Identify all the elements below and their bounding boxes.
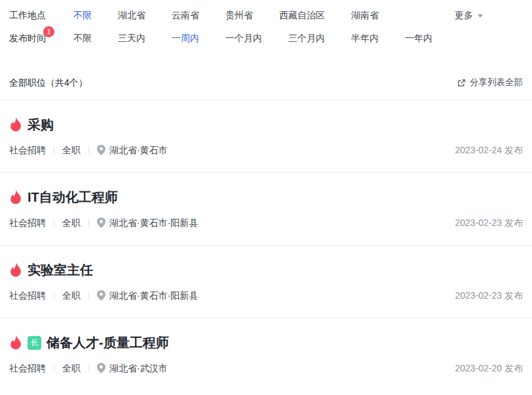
time-option-3days[interactable]: 三天内 — [118, 31, 145, 45]
divider — [88, 146, 89, 154]
location-option-hubei[interactable]: 湖北省 — [118, 9, 145, 22]
filters-section: 工作地点 不限 湖北省 云南省 贵州省 西藏自治区 湖南省 更多 发布时间 1 … — [0, 0, 532, 45]
job-item[interactable]: IT自动化工程师 社会招聘 全职 湖北省·黄石市·阳新县 2023-02-23 … — [0, 173, 532, 246]
job-location: 湖北省·武汉市 — [109, 362, 168, 374]
job-meta: 社会招聘 全职 湖北省·黄石市·阳新县 2023-02-23 发布 — [9, 217, 523, 229]
share-label: 分享列表全部 — [470, 77, 523, 88]
job-category: 社会招聘 — [9, 362, 46, 374]
time-option-halfyear[interactable]: 半年内 — [351, 31, 379, 45]
job-type: 全职 — [62, 217, 81, 229]
divider — [88, 364, 89, 372]
job-publish-date: 2023-02-24 发布 — [455, 144, 523, 156]
job-title-row: 长 储备人才-质量工程师 — [9, 334, 523, 351]
filter-label-location: 工作地点 — [9, 9, 73, 22]
filter-label-publish-time: 发布时间 1 — [9, 31, 73, 45]
location-option-yunnan[interactable]: 云南省 — [172, 9, 199, 22]
location-option-guizhou[interactable]: 贵州省 — [225, 9, 253, 22]
job-location: 湖北省·黄石市·阳新县 — [109, 217, 198, 229]
more-label: 更多 — [455, 9, 473, 22]
more-locations-dropdown[interactable]: 更多 — [455, 9, 483, 22]
job-item[interactable]: 长 储备人才-质量工程师 社会招聘 全职 湖北省·武汉市 2023-02-20 … — [0, 318, 532, 390]
location-pin-icon — [97, 217, 105, 228]
time-option-1week[interactable]: 一周内 — [172, 31, 199, 45]
divider — [54, 146, 54, 154]
filter-row-publish-time: 发布时间 1 不限 三天内 一周内 一个月内 三个月内 半年内 一年内 — [9, 31, 523, 45]
filter-label-text: 发布时间 — [9, 33, 46, 43]
job-publish-date: 2023-02-23 发布 — [455, 290, 523, 301]
share-icon — [457, 78, 466, 88]
job-title[interactable]: 采购 — [28, 116, 54, 133]
location-option-xizang[interactable]: 西藏自治区 — [279, 9, 325, 22]
time-option-3months[interactable]: 三个月内 — [288, 31, 325, 45]
job-location: 湖北省·黄石市·阳新县 — [109, 290, 198, 301]
job-location: 湖北省·黄石市 — [109, 144, 168, 156]
location-pin-icon — [97, 363, 105, 373]
divider — [54, 364, 54, 372]
hot-flame-icon — [9, 189, 22, 205]
job-publish-date: 2023-02-23 发布 — [455, 217, 523, 229]
location-pin-icon — [97, 290, 105, 301]
job-publish-date: 2023-02-20 发布 — [455, 362, 523, 374]
job-title[interactable]: 储备人才-质量工程师 — [47, 334, 169, 351]
divider — [88, 292, 89, 299]
divider — [54, 219, 54, 227]
job-title[interactable]: 实验室主任 — [28, 261, 93, 278]
time-option-1month[interactable]: 一个月内 — [225, 31, 262, 45]
location-option-hunan[interactable]: 湖南省 — [351, 9, 379, 22]
job-item[interactable]: 实验室主任 社会招聘 全职 湖北省·黄石市·阳新县 2023-02-23 发布 — [0, 246, 532, 318]
list-header: 全部职位（共4个） 分享列表全部 — [0, 77, 532, 100]
time-option-1year[interactable]: 一年内 — [405, 31, 432, 45]
job-category: 社会招聘 — [9, 144, 46, 156]
share-list-button[interactable]: 分享列表全部 — [457, 77, 523, 88]
time-option-unlimited[interactable]: 不限 — [73, 31, 92, 45]
job-type: 全职 — [62, 362, 81, 374]
long-term-tag: 长 — [28, 336, 41, 350]
hot-flame-icon — [9, 117, 22, 132]
job-title-row: IT自动化工程师 — [9, 189, 523, 206]
job-category: 社会招聘 — [9, 217, 46, 229]
job-type: 全职 — [62, 144, 81, 156]
filter-count-badge: 1 — [43, 26, 54, 37]
list-title: 全部职位（共4个） — [9, 77, 88, 88]
job-list-page: 工作地点 不限 湖北省 云南省 贵州省 西藏自治区 湖南省 更多 发布时间 1 … — [0, 0, 532, 395]
divider — [54, 292, 54, 299]
job-title-row: 采购 — [9, 116, 523, 133]
job-meta: 社会招聘 全职 湖北省·黄石市·阳新县 2023-02-23 发布 — [9, 290, 523, 301]
location-pin-icon — [97, 145, 105, 155]
job-type: 全职 — [62, 290, 81, 301]
filter-row-location: 工作地点 不限 湖北省 云南省 贵州省 西藏自治区 湖南省 更多 — [9, 9, 523, 22]
hot-flame-icon — [9, 335, 22, 350]
job-title[interactable]: IT自动化工程师 — [28, 189, 118, 206]
job-meta: 社会招聘 全职 湖北省·武汉市 2023-02-20 发布 — [9, 362, 523, 374]
chevron-down-icon — [478, 14, 483, 18]
hot-flame-icon — [9, 262, 22, 278]
job-title-row: 实验室主任 — [9, 261, 523, 278]
job-meta: 社会招聘 全职 湖北省·黄石市 2023-02-24 发布 — [9, 144, 523, 156]
job-category: 社会招聘 — [9, 290, 46, 301]
job-list: 采购 社会招聘 全职 湖北省·黄石市 2023-02-24 发布 IT自动化工程… — [0, 100, 532, 390]
location-option-unlimited[interactable]: 不限 — [73, 9, 92, 22]
job-item[interactable]: 采购 社会招聘 全职 湖北省·黄石市 2023-02-24 发布 — [0, 100, 532, 173]
divider — [88, 219, 89, 227]
filter-label-text: 工作地点 — [9, 10, 46, 20]
